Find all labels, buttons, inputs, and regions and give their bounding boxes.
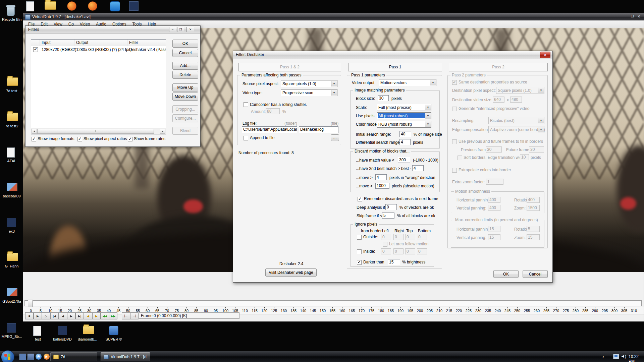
add-button[interactable]: Add... [172,62,198,70]
future-frames-field[interactable]: 30 [529,146,544,153]
tab-pass-1[interactable]: Pass 1 [348,63,442,71]
play-input-button[interactable]: ▶ [34,312,42,319]
top-shortcut-4-icon[interactable] [88,1,97,11]
soft-borders-checkbox[interactable] [458,156,462,160]
show-desktop-icon[interactable] [19,354,26,360]
extra-zoom-field[interactable]: 1 [486,179,503,185]
diamondb-icon[interactable] [83,326,94,334]
initial-search-field[interactable]: 40 [399,131,411,137]
logfile-folder-field[interactable]: C:\Users\Brian\AppData\Local\ [242,126,297,133]
frame-forward-button[interactable]: ▶ [67,312,75,319]
rolling-shutter-checkbox[interactable] [244,102,248,107]
color-mode-dropdown[interactable]: RGB (most robust)▼ [377,121,431,128]
outside-left-field[interactable]: 0 [381,234,391,240]
smooth-hpan-field[interactable]: 400 [488,197,500,203]
top-shortcut-3-icon[interactable] [67,1,76,11]
wrong-direction-field[interactable]: 4 [375,174,387,180]
baseball09-icon[interactable] [7,183,17,191]
movedown-button[interactable]: Move Down [172,93,198,101]
block-size-field[interactable]: 30 [378,95,389,101]
scroll-thumb[interactable]: ⦀ [37,129,154,134]
scene-back-button[interactable]: ◀◀ [101,312,109,319]
resampling-dropdown[interactable]: Bicubic (best)▼ [488,117,544,124]
teamviewer-icon[interactable] [110,1,120,11]
dest-height-field[interactable]: 480 [510,97,522,103]
filter-list-hscrollbar[interactable]: ◄ ► ⦀ [31,128,166,134]
append-checkbox[interactable] [244,136,248,140]
show-pixel-aspect-ratios-checkbox[interactable] [77,137,82,141]
web-page-button[interactable]: Visit Deshaker web page [265,268,317,277]
smooth-vpan-field[interactable]: 400 [488,205,500,211]
inside-left-field[interactable]: 0 [381,248,391,254]
position-slider-thumb[interactable] [28,300,33,307]
key-back-button[interactable]: ◀ [84,312,92,319]
outside-right-field[interactable]: 0 [393,234,404,240]
tab-pass-1-2[interactable]: Pass 1 & 2 [238,63,341,71]
configure-button[interactable]: Configure... [172,114,198,122]
video-type-dropdown[interactable]: Progressive scan▼ [281,89,337,96]
7d-test2-icon[interactable] [7,113,18,121]
soft-border-width-field[interactable]: 10 [520,154,529,160]
filters-maximize-button[interactable]: ❐ [177,27,184,32]
virtualdub-titlebar[interactable]: VirtualDub 1.9.7 - [deshake1.avi] – ❐ ✕ [23,13,644,20]
show-frame-rates-checkbox[interactable] [128,137,132,141]
second-best-field[interactable]: 4 [412,165,424,171]
previous-frames-field[interactable]: 30 [486,146,502,153]
delete-button[interactable]: Delete [172,71,198,79]
darker-than-field[interactable]: 15 [388,259,400,265]
test-icon[interactable] [33,326,41,336]
diff-search-field[interactable]: 4 [399,139,411,145]
afal-icon[interactable] [7,147,15,158]
taskbar-task-1[interactable]: 7d [50,352,97,361]
internet-explorer-icon[interactable]: e [36,354,42,360]
recycle-bin-icon[interactable] [7,6,15,16]
scale-dropdown[interactable]: Full (most precise)▼ [377,104,431,111]
show-image-formats-checkbox[interactable] [32,137,36,141]
amount-field[interactable]: 88 [266,108,280,114]
tab-pass-2[interactable]: Pass 2 [449,63,548,71]
frame-first-button[interactable]: |◀ [50,312,59,319]
deshaker-ok-button[interactable]: OK [493,270,519,278]
dest-width-field[interactable]: 640 [493,97,504,103]
browse-button[interactable]: ... [331,134,339,141]
deshaker-titlebar[interactable]: Filter: Deshaker ✕ [233,51,552,59]
smooth-zoom-field[interactable]: 1500 [527,205,540,211]
top-shortcut-2-icon[interactable] [45,1,56,10]
taskbar-task-2[interactable]: VirtualDub 1.9.7 - [d... [101,352,150,361]
darker-than-checkbox[interactable] [357,260,362,265]
max-vpan-field[interactable]: 15 [488,234,500,240]
max-hpan-field[interactable]: 15 [488,226,500,232]
top-shortcut-1-icon[interactable] [26,1,34,11]
frame-last-button[interactable]: ▶| [75,312,84,319]
scene-forward-button[interactable]: ▶▶ [109,312,117,319]
inside-bottom-field[interactable]: 0 [417,248,427,254]
minimize-button[interactable]: – [624,14,629,19]
outside-top-field[interactable]: 0 [405,234,415,240]
blend-button[interactable]: Blend [172,127,198,135]
filters-titlebar[interactable]: Filters – ❐ ✕ [25,26,200,34]
follow-motion-checkbox[interactable] [383,242,387,247]
top-shortcut-6-icon[interactable] [129,1,139,11]
scroll-right-arrow[interactable]: ► [160,129,165,134]
absolute-motion-field[interactable]: 1000 [375,183,389,189]
moveup-button[interactable]: Move Up [172,83,198,92]
mpeg-str-icon[interactable] [7,323,16,333]
deshaker-cancel-button[interactable]: Cancel [523,270,548,278]
ok-button[interactable]: OK [172,40,198,48]
g-hahn-icon[interactable] [7,253,18,261]
remember-checkbox[interactable] [358,197,362,201]
filter-enabled-checkbox[interactable] [33,47,38,52]
logfile-file-field[interactable]: Deshaker.log [299,126,338,133]
deep-analysis-field[interactable]: 0 [385,204,397,210]
edge-compensation-dropdown[interactable]: Adaptive zoom (some borders)▼ [488,126,544,133]
position-slider-track[interactable] [24,300,642,306]
video-output-dropdown[interactable]: Motion vectors▼ [379,79,436,86]
extrapolate-checkbox[interactable] [452,168,457,173]
cropping-button[interactable]: Cropping... [172,105,198,113]
play-output-button[interactable]: ▷ [42,312,50,319]
volume-icon[interactable]: ◄) [621,354,626,359]
cancel-button[interactable]: Cancel [172,49,198,57]
ballersdvd-icon[interactable] [58,326,67,335]
filter-list[interactable]: Input Output Filter 1280x720 (RGB32) 128… [31,39,166,134]
inside-top-field[interactable]: 0 [405,248,415,254]
